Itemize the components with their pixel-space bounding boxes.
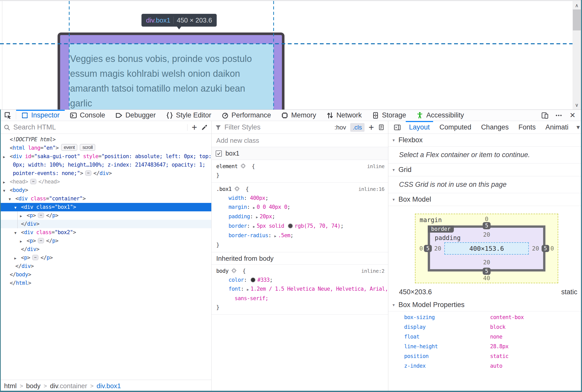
rule-source-link[interactable]: inline:16 xyxy=(358,185,385,194)
rule-source-link[interactable]: inline xyxy=(367,162,385,171)
rule-selector[interactable]: .box1 xyxy=(216,186,232,192)
markup-row[interactable]: </div> xyxy=(0,245,211,254)
css-declaration[interactable]: width: 400px; xyxy=(212,194,388,203)
eyedropper-icon[interactable] xyxy=(201,124,208,131)
css-declaration[interactable]: color: #333; xyxy=(212,276,388,285)
markup-row[interactable]: ▶<p>⋯</p> xyxy=(0,237,211,245)
flexbox-section-header[interactable]: ▼ Flexbox xyxy=(388,134,582,147)
box-model-property-row[interactable]: box-sizingcontent-box xyxy=(388,312,582,322)
close-devtools-button[interactable]: ✕ xyxy=(567,110,578,121)
breadcrumb-item[interactable]: html xyxy=(4,382,17,390)
border-left-value[interactable]: 5 xyxy=(424,245,432,252)
page-scrollbar[interactable]: ∧ ∨ xyxy=(573,1,581,110)
border-top-value[interactable]: 5 xyxy=(483,222,491,229)
expander-icon[interactable]: ▶ xyxy=(20,212,27,220)
tab-animations[interactable]: Animati xyxy=(541,121,573,134)
scroll-down-icon[interactable]: ∨ xyxy=(573,102,581,108)
markup-row[interactable]: <html lang="en">eventscroll xyxy=(0,144,211,152)
tab-storage[interactable]: Storage xyxy=(367,110,411,121)
css-declaration[interactable]: font: ▶ 1.2em / 1.5 Helvetica Neue, Helv… xyxy=(212,285,388,294)
expander-icon[interactable]: ▼ xyxy=(14,229,21,237)
margin-bottom-value[interactable]: 40 xyxy=(483,275,490,281)
rules-filter-bar[interactable]: Filter Styles :hov .cls + xyxy=(212,121,388,134)
expander-icon[interactable]: ▼ xyxy=(9,195,15,203)
css-declaration[interactable]: padding: ▶ 20px; xyxy=(212,212,388,222)
tab-inspector[interactable]: Inspector xyxy=(16,110,65,121)
tab-changes[interactable]: Changes xyxy=(476,121,513,134)
markup-row[interactable]: ▼<div class="container"> xyxy=(0,194,211,203)
margin-right-value[interactable]: 0 xyxy=(550,245,554,252)
markup-row-selected[interactable]: ▼<div class="box1"> xyxy=(0,203,211,211)
tab-fonts[interactable]: Fonts xyxy=(513,121,541,134)
rule-selector[interactable]: element xyxy=(216,163,238,169)
inline-ellipsis-chip[interactable]: ⋯ xyxy=(38,238,44,243)
color-swatch[interactable] xyxy=(250,277,256,282)
tab-performance[interactable]: Performance xyxy=(216,110,276,121)
meatball-menu-button[interactable] xyxy=(553,110,565,121)
box-model-margin[interactable]: margin 0 40 0 0 border 5 5 5 5 pa xyxy=(415,214,558,283)
rule-source-link[interactable]: inline:2 xyxy=(361,267,385,276)
expander-icon[interactable]: ▶ xyxy=(20,237,27,246)
tab-accessibility[interactable]: Accessibility xyxy=(411,110,469,121)
markup-row[interactable]: ▶<p>⋯</p> xyxy=(0,211,211,220)
add-node-button[interactable]: + xyxy=(192,123,197,132)
dom-badge-event[interactable]: event xyxy=(61,144,77,151)
markup-row[interactable]: ▼<body> xyxy=(0,186,211,194)
tab-console[interactable]: Console xyxy=(65,110,110,121)
expander-icon[interactable]: ▶ xyxy=(3,153,10,161)
breadcrumb-item[interactable]: div.box1 xyxy=(97,382,121,390)
rule-selector[interactable]: body xyxy=(216,268,228,274)
css-declaration[interactable]: border-radius: ▶ .5em; xyxy=(212,231,388,241)
padding-bottom-value[interactable]: 20 xyxy=(483,259,490,266)
inline-ellipsis-chip[interactable]: ⋯ xyxy=(38,213,44,218)
border-right-value[interactable]: 5 xyxy=(542,245,550,252)
markup-row[interactable]: </body> xyxy=(0,270,211,279)
tab-network[interactable]: Network xyxy=(321,110,367,121)
markup-row[interactable]: </div> xyxy=(0,220,211,228)
expander-icon[interactable]: ▼ xyxy=(3,187,10,195)
tab-memory[interactable]: Memory xyxy=(276,110,321,121)
class-checkbox-row[interactable]: box1 xyxy=(212,147,388,160)
scroll-up-icon[interactable]: ∧ xyxy=(573,3,581,8)
tab-computed[interactable]: Computed xyxy=(435,121,476,134)
node-picker-button[interactable] xyxy=(0,110,16,121)
box-model-property-row[interactable]: z-indexauto xyxy=(388,361,582,371)
highlight-selector-icon[interactable] xyxy=(240,163,246,169)
box-model-border[interactable]: border 5 5 5 5 padding 20 20 20 20 xyxy=(428,225,545,271)
markup-row[interactable]: <!DOCTYPE html> xyxy=(0,135,211,144)
responsive-design-mode-button[interactable] xyxy=(539,110,551,121)
tab-layout[interactable]: Layout xyxy=(404,121,435,134)
sidebar-toggle-button[interactable] xyxy=(390,121,404,134)
padding-top-value[interactable]: 20 xyxy=(483,231,490,238)
highlight-selector-icon[interactable] xyxy=(234,186,240,192)
add-new-class-input[interactable]: Add new class xyxy=(212,134,388,147)
margin-top-value[interactable]: 0 xyxy=(485,216,488,222)
inline-ellipsis-chip[interactable]: ⋯ xyxy=(30,179,36,184)
padding-right-value[interactable]: 20 xyxy=(532,245,539,252)
expander-icon[interactable]: ▼ xyxy=(14,203,21,212)
markup-row[interactable]: </div> xyxy=(0,262,211,270)
add-rule-button[interactable]: + xyxy=(369,123,374,132)
box-model-content[interactable]: 400×153.6 xyxy=(444,242,529,255)
markup-row[interactable]: ▼<div class="box2"> xyxy=(0,228,211,237)
dom-badge-scroll[interactable]: scroll xyxy=(80,144,95,151)
markup-row[interactable]: pointer-events: none;">⋯</div> xyxy=(0,169,211,178)
scrollbar-thumb[interactable] xyxy=(573,9,581,30)
breadcrumb-item[interactable]: div.container xyxy=(50,382,87,390)
tabs-overflow-dropdown[interactable]: ▼ xyxy=(573,124,582,131)
print-simulation-icon[interactable] xyxy=(378,124,385,130)
markup-search-bar[interactable]: Search HTML + xyxy=(0,121,211,134)
markup-row[interactable]: </html> xyxy=(0,279,211,287)
markup-row[interactable]: 0px; width: 100%; height…100%; z-index: … xyxy=(0,161,211,169)
class-checkbox[interactable] xyxy=(216,150,222,157)
tab-debugger[interactable]: Debugger xyxy=(110,110,161,121)
css-declaration[interactable]: margin: ▶ 0 0 40px 0; xyxy=(212,203,388,212)
expander-icon[interactable]: ▶ xyxy=(3,178,10,187)
box-model-section-header[interactable]: ▼ Box Model xyxy=(388,193,582,206)
color-swatch[interactable] xyxy=(288,223,293,228)
breadcrumb-item[interactable]: body xyxy=(26,382,40,390)
border-bottom-value[interactable]: 5 xyxy=(483,268,491,275)
margin-left-value[interactable]: 0 xyxy=(419,245,423,252)
class-toggle[interactable]: .cls xyxy=(350,123,365,132)
box-model-property-row[interactable]: floatnone xyxy=(388,332,582,342)
